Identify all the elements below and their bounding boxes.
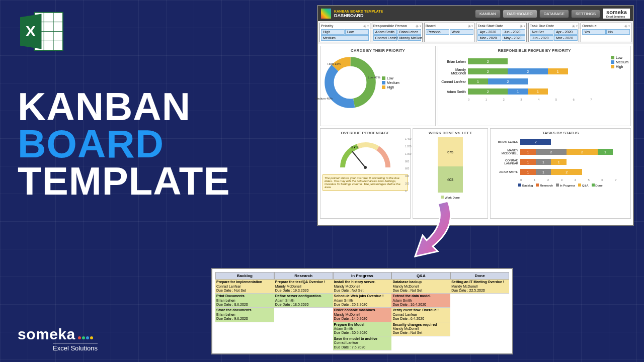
footer-brand: someka Excel Solutions [18, 326, 98, 352]
dash-brand: someka Excel Solutions [603, 9, 630, 19]
stacked-bar: 603 675 [438, 137, 463, 193]
filter-responsible-person[interactable]: Responsible Person⚹ ▾Adam SmithBrian Leh… [372, 23, 423, 42]
kanban-card[interactable]: Database backupMandy McDonellDue Date : … [391, 280, 450, 294]
kanban-column-header: Research [274, 272, 333, 280]
chart-title: CARDS BY THEIR PRIORITY [323, 48, 433, 53]
chart-overdue-percentage: OVERDUE PERCENTAGE 27% The pointer shows… [320, 128, 411, 219]
dashboard-window: KANBAN BOARD TEMPLATE DASHBOARD KANBAN D… [317, 5, 634, 226]
kanban-card[interactable]: Security changes requiredMandy McDonellD… [391, 322, 450, 336]
dash-eyebrow: KANBAN BOARD TEMPLATE [334, 10, 383, 13]
kanban-card[interactable]: Prepare the test/QA Overdue !Mandy McDon… [274, 280, 333, 294]
filter-option[interactable]: May - 2020 [502, 35, 525, 41]
filter-option[interactable]: Brian Lehen [397, 29, 421, 35]
kanban-card[interactable]: Print DocumentsBrian LehenDue Date : 8.6… [215, 294, 274, 308]
nav-settings[interactable]: SETTINGS [571, 10, 600, 18]
footer-brand-tag: Excel Solutions [53, 343, 98, 352]
dashboard-header: KANBAN BOARD TEMPLATE DASHBOARD KANBAN D… [318, 6, 633, 21]
chart-people-by-priority: RESPONSIBLE PEOPLE BY PRIORITY Brian Leh… [438, 46, 631, 126]
kanban-column: Setting an IT Meeting Overdue !Mandy McD… [450, 280, 509, 350]
donut-chart: Low 47% Medium 40% High 13% [323, 55, 378, 110]
svg-text:27%: 27% [351, 145, 359, 149]
filter-option[interactable]: High [321, 29, 345, 35]
kanban-column-header: Q&A [391, 272, 450, 280]
filter-task-due-date[interactable]: Task Due Date⚹ ▾Not SetApr - 2020Jun - 2… [528, 23, 579, 42]
chart-title: RESPONSIBLE PEOPLE BY PRIORITY [440, 48, 628, 53]
kanban-card[interactable]: Install the history server.Mandy McDonel… [333, 280, 392, 294]
footer-brand-name: someka [18, 326, 75, 342]
filter-option[interactable]: Adam Smith [373, 29, 397, 35]
filter-priority[interactable]: Priority⚹ ▾HighLowMedium [319, 23, 370, 42]
filter-option[interactable]: Mar - 2020 [477, 35, 501, 41]
hero-title: KANBAN BOARD TEMPLATE [18, 88, 230, 200]
kanban-card[interactable]: Prepare the ModelAdam SmithDue Date : 30… [333, 322, 392, 336]
filter-option[interactable]: No [606, 29, 630, 35]
kanban-column: Prepare for implementationConrad Lanfear… [215, 280, 274, 350]
filter-option[interactable]: Conrad Lanfear [373, 35, 397, 41]
kanban-card[interactable]: Extend the data model.Adam SmithDue Date… [391, 294, 450, 308]
gauge-note: The pointer shows your overdue % accordi… [323, 174, 408, 191]
svg-text:X: X [26, 23, 36, 39]
dash-logo-icon [321, 9, 331, 19]
kanban-column-header: Backlog [215, 272, 274, 280]
filter-option[interactable]: Yes [582, 29, 606, 35]
kanban-card[interactable]: Prepare for implementationConrad Lanfear… [215, 280, 274, 294]
filter-board[interactable]: Board⚹ ▾PersonalWork [424, 23, 475, 42]
filter-task-start-date[interactable]: Task Start Date⚹ ▾Apr - 2020Jun - 2020Ma… [476, 23, 527, 42]
svg-point-12 [364, 166, 367, 169]
filter-option[interactable]: Mandy McDon... [397, 35, 421, 41]
filter-overdue[interactable]: Overdue⚹ ▾YesNo [581, 23, 631, 42]
kanban-column: Install the history server.Mandy McDonel… [333, 280, 392, 350]
filter-option[interactable]: Personal [426, 29, 449, 35]
filter-option[interactable]: Jun - 2020 [530, 35, 553, 41]
nav-dashboard[interactable]: DASHBOARD [503, 10, 537, 18]
kanban-column: Prepare the test/QA Overdue !Mandy McDon… [274, 280, 333, 350]
people-legend: Low Medium High [611, 55, 628, 101]
kanban-column-header: Done [450, 272, 509, 280]
status-legend: Backlog Research In Progress Q&A Done [493, 184, 628, 187]
nav-database[interactable]: DATABASE [539, 10, 570, 18]
filter-option[interactable]: Medium [321, 35, 369, 41]
filter-option[interactable]: Mar - 2020 [554, 35, 578, 41]
hero-line1: KANBAN [18, 88, 230, 125]
excel-icon: X [18, 10, 65, 53]
hero-line3: TEMPLATE [18, 162, 230, 200]
nav-kanban[interactable]: KANBAN [475, 10, 501, 18]
kanban-column: Database backupMandy McDonellDue Date : … [391, 280, 450, 350]
filter-option[interactable]: Apr - 2020 [554, 29, 578, 35]
kanban-card[interactable]: Setting an IT Meeting Overdue !Mandy McD… [450, 280, 509, 294]
dash-nav: KANBAN DASHBOARD DATABASE SETTINGS [475, 10, 600, 18]
chart-cards-by-priority: CARDS BY THEIR PRIORITY Low 47% Medium 4… [320, 46, 436, 126]
gauge-chart: 27% [335, 137, 395, 172]
chart-work-done-left: WORK DONE vs. LEFT 02004006008001.0001.2… [413, 128, 488, 219]
dash-title: DASHBOARD [334, 13, 383, 18]
kanban-column-header: In Progress [333, 272, 392, 280]
kanban-card[interactable]: Verify event flow. Overdue !Conrad Lanfe… [391, 308, 450, 322]
filter-option[interactable]: Apr - 2020 [477, 29, 501, 35]
kanban-card[interactable]: Store the documentsBrian LehenDue Date :… [215, 308, 274, 322]
kanban-card[interactable]: Define server configuration.Adam SmithDu… [274, 294, 333, 308]
kanban-card[interactable]: Schedule Web jobs Overdue !Adam SmithDue… [333, 294, 392, 308]
filter-option[interactable]: Not Set [530, 29, 553, 35]
filters-row: Priority⚹ ▾HighLowMediumResponsible Pers… [318, 21, 633, 44]
hero-line2: BOARD [18, 125, 230, 162]
kanban-board: BacklogResearchIn ProgressQ&ADonePrepare… [211, 268, 513, 354]
filter-option[interactable]: Jun - 2020 [502, 29, 525, 35]
filter-option[interactable]: Work [450, 29, 473, 35]
chart-tasks-by-status: TASKS BY STATUS BRIAN LEHEN2MANDY MCDONE… [490, 128, 631, 219]
filter-option[interactable]: Low [345, 29, 369, 35]
svg-line-11 [352, 151, 365, 167]
priority-legend: Low Medium High [382, 75, 399, 90]
kanban-card[interactable]: Order console machines.Mandy McDonellDue… [333, 308, 392, 322]
kanban-card[interactable]: Save the model to archiveConrad LanfearD… [333, 336, 392, 350]
